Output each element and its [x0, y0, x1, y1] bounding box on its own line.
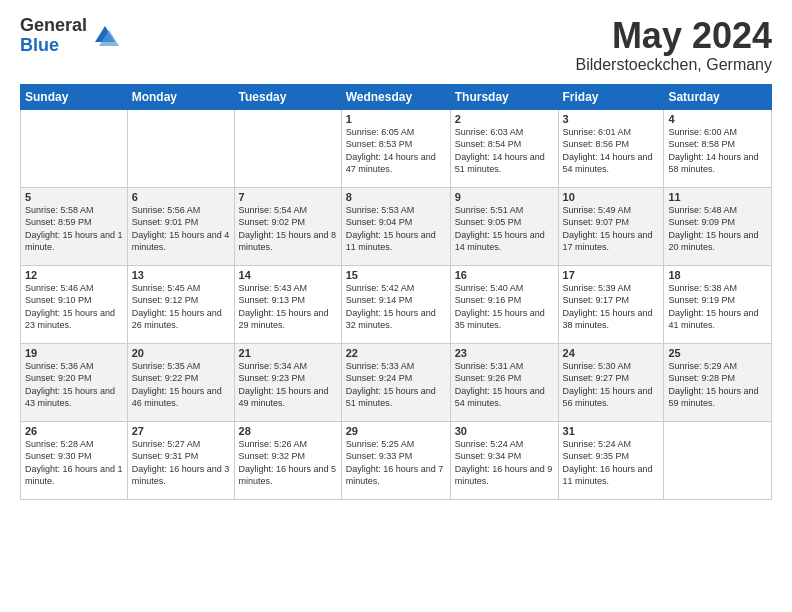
day-number: 15: [346, 269, 446, 281]
day-info: Sunrise: 5:29 AMSunset: 9:28 PMDaylight:…: [668, 360, 767, 410]
calendar-week-2: 12Sunrise: 5:46 AMSunset: 9:10 PMDayligh…: [21, 265, 772, 343]
sunset-text: Sunset: 9:16 PM: [455, 295, 522, 305]
daylight-text: Daylight: 15 hours and 26 minutes.: [132, 308, 222, 331]
calendar-week-0: 1Sunrise: 6:05 AMSunset: 8:53 PMDaylight…: [21, 109, 772, 187]
sunset-text: Sunset: 9:30 PM: [25, 451, 92, 461]
day-number: 31: [563, 425, 660, 437]
sunset-text: Sunset: 8:54 PM: [455, 139, 522, 149]
logo-text: General Blue: [20, 16, 87, 56]
sunrise-text: Sunrise: 6:03 AM: [455, 127, 524, 137]
sunset-text: Sunset: 9:23 PM: [239, 373, 306, 383]
daylight-text: Daylight: 15 hours and 29 minutes.: [239, 308, 329, 331]
calendar-cell: 28Sunrise: 5:26 AMSunset: 9:32 PMDayligh…: [234, 421, 341, 499]
day-info: Sunrise: 5:48 AMSunset: 9:09 PMDaylight:…: [668, 204, 767, 254]
calendar-cell: 20Sunrise: 5:35 AMSunset: 9:22 PMDayligh…: [127, 343, 234, 421]
day-number: 12: [25, 269, 123, 281]
day-number: 30: [455, 425, 554, 437]
sunset-text: Sunset: 9:34 PM: [455, 451, 522, 461]
calendar-cell: 12Sunrise: 5:46 AMSunset: 9:10 PMDayligh…: [21, 265, 128, 343]
calendar-cell: 19Sunrise: 5:36 AMSunset: 9:20 PMDayligh…: [21, 343, 128, 421]
calendar-cell: 23Sunrise: 5:31 AMSunset: 9:26 PMDayligh…: [450, 343, 558, 421]
sunrise-text: Sunrise: 5:31 AM: [455, 361, 524, 371]
calendar-cell: [664, 421, 772, 499]
daylight-text: Daylight: 15 hours and 8 minutes.: [239, 230, 337, 253]
sunrise-text: Sunrise: 5:24 AM: [563, 439, 632, 449]
day-info: Sunrise: 5:39 AMSunset: 9:17 PMDaylight:…: [563, 282, 660, 332]
daylight-text: Daylight: 15 hours and 38 minutes.: [563, 308, 653, 331]
calendar-cell: 4Sunrise: 6:00 AMSunset: 8:58 PMDaylight…: [664, 109, 772, 187]
sunset-text: Sunset: 9:35 PM: [563, 451, 630, 461]
daylight-text: Daylight: 14 hours and 58 minutes.: [668, 152, 758, 175]
logo: General Blue: [20, 16, 119, 56]
sunrise-text: Sunrise: 5:53 AM: [346, 205, 415, 215]
sunrise-text: Sunrise: 6:01 AM: [563, 127, 632, 137]
day-info: Sunrise: 5:24 AMSunset: 9:35 PMDaylight:…: [563, 438, 660, 488]
daylight-text: Daylight: 15 hours and 56 minutes.: [563, 386, 653, 409]
sunrise-text: Sunrise: 5:33 AM: [346, 361, 415, 371]
daylight-text: Daylight: 16 hours and 11 minutes.: [563, 464, 653, 487]
sunset-text: Sunset: 9:32 PM: [239, 451, 306, 461]
calendar-cell: 9Sunrise: 5:51 AMSunset: 9:05 PMDaylight…: [450, 187, 558, 265]
day-number: 25: [668, 347, 767, 359]
calendar-cell: 18Sunrise: 5:38 AMSunset: 9:19 PMDayligh…: [664, 265, 772, 343]
sunset-text: Sunset: 9:02 PM: [239, 217, 306, 227]
daylight-text: Daylight: 16 hours and 7 minutes.: [346, 464, 444, 487]
calendar-cell: 26Sunrise: 5:28 AMSunset: 9:30 PMDayligh…: [21, 421, 128, 499]
day-info: Sunrise: 5:26 AMSunset: 9:32 PMDaylight:…: [239, 438, 337, 488]
calendar: Sunday Monday Tuesday Wednesday Thursday…: [20, 84, 772, 500]
day-number: 2: [455, 113, 554, 125]
sunrise-text: Sunrise: 5:30 AM: [563, 361, 632, 371]
daylight-text: Daylight: 15 hours and 35 minutes.: [455, 308, 545, 331]
day-number: 17: [563, 269, 660, 281]
header-friday: Friday: [558, 84, 664, 109]
calendar-cell: 25Sunrise: 5:29 AMSunset: 9:28 PMDayligh…: [664, 343, 772, 421]
calendar-cell: 16Sunrise: 5:40 AMSunset: 9:16 PMDayligh…: [450, 265, 558, 343]
day-number: 5: [25, 191, 123, 203]
header-saturday: Saturday: [664, 84, 772, 109]
sunset-text: Sunset: 8:56 PM: [563, 139, 630, 149]
day-number: 19: [25, 347, 123, 359]
daylight-text: Daylight: 15 hours and 41 minutes.: [668, 308, 758, 331]
daylight-text: Daylight: 15 hours and 4 minutes.: [132, 230, 230, 253]
header-tuesday: Tuesday: [234, 84, 341, 109]
day-info: Sunrise: 5:31 AMSunset: 9:26 PMDaylight:…: [455, 360, 554, 410]
calendar-cell: 2Sunrise: 6:03 AMSunset: 8:54 PMDaylight…: [450, 109, 558, 187]
day-number: 4: [668, 113, 767, 125]
sunset-text: Sunset: 9:22 PM: [132, 373, 199, 383]
calendar-cell: 17Sunrise: 5:39 AMSunset: 9:17 PMDayligh…: [558, 265, 664, 343]
day-info: Sunrise: 5:58 AMSunset: 8:59 PMDaylight:…: [25, 204, 123, 254]
calendar-week-4: 26Sunrise: 5:28 AMSunset: 9:30 PMDayligh…: [21, 421, 772, 499]
day-info: Sunrise: 6:01 AMSunset: 8:56 PMDaylight:…: [563, 126, 660, 176]
daylight-text: Daylight: 15 hours and 1 minute.: [25, 230, 123, 253]
day-number: 10: [563, 191, 660, 203]
daylight-text: Daylight: 15 hours and 23 minutes.: [25, 308, 115, 331]
sunrise-text: Sunrise: 5:24 AM: [455, 439, 524, 449]
header-sunday: Sunday: [21, 84, 128, 109]
logo-blue: Blue: [20, 36, 87, 56]
day-info: Sunrise: 5:42 AMSunset: 9:14 PMDaylight:…: [346, 282, 446, 332]
calendar-week-3: 19Sunrise: 5:36 AMSunset: 9:20 PMDayligh…: [21, 343, 772, 421]
calendar-cell: 30Sunrise: 5:24 AMSunset: 9:34 PMDayligh…: [450, 421, 558, 499]
sunrise-text: Sunrise: 5:36 AM: [25, 361, 94, 371]
sunset-text: Sunset: 9:14 PM: [346, 295, 413, 305]
day-number: 20: [132, 347, 230, 359]
day-info: Sunrise: 5:53 AMSunset: 9:04 PMDaylight:…: [346, 204, 446, 254]
day-number: 28: [239, 425, 337, 437]
day-number: 21: [239, 347, 337, 359]
day-number: 27: [132, 425, 230, 437]
sunset-text: Sunset: 9:07 PM: [563, 217, 630, 227]
day-info: Sunrise: 5:46 AMSunset: 9:10 PMDaylight:…: [25, 282, 123, 332]
day-info: Sunrise: 5:24 AMSunset: 9:34 PMDaylight:…: [455, 438, 554, 488]
day-info: Sunrise: 5:36 AMSunset: 9:20 PMDaylight:…: [25, 360, 123, 410]
sunset-text: Sunset: 9:27 PM: [563, 373, 630, 383]
calendar-cell: 15Sunrise: 5:42 AMSunset: 9:14 PMDayligh…: [341, 265, 450, 343]
sunrise-text: Sunrise: 5:42 AM: [346, 283, 415, 293]
day-number: 18: [668, 269, 767, 281]
calendar-week-1: 5Sunrise: 5:58 AMSunset: 8:59 PMDaylight…: [21, 187, 772, 265]
title-section: May 2024 Bilderstoeckchen, Germany: [575, 16, 772, 74]
daylight-text: Daylight: 15 hours and 54 minutes.: [455, 386, 545, 409]
sunset-text: Sunset: 8:53 PM: [346, 139, 413, 149]
sunrise-text: Sunrise: 5:27 AM: [132, 439, 201, 449]
sunset-text: Sunset: 9:01 PM: [132, 217, 199, 227]
day-info: Sunrise: 5:38 AMSunset: 9:19 PMDaylight:…: [668, 282, 767, 332]
